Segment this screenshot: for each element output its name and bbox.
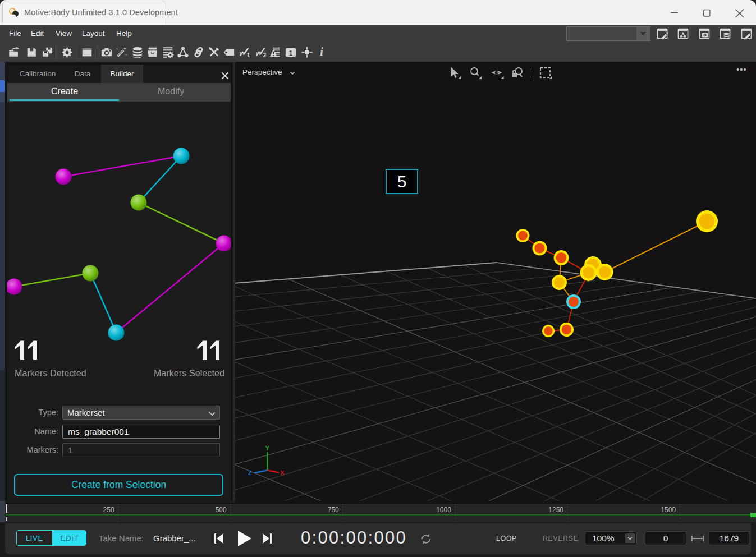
- svg-text:1250: 1250: [548, 506, 563, 514]
- svg-text:Z: Z: [248, 469, 252, 476]
- svg-text:X: X: [280, 469, 285, 476]
- svg-text:2: 2: [263, 52, 267, 58]
- svg-text:Y: Y: [265, 445, 270, 452]
- svg-text:1: 1: [289, 49, 293, 57]
- svg-text:750: 750: [328, 506, 339, 514]
- svg-text:250: 250: [103, 506, 114, 514]
- svg-text:500: 500: [216, 506, 227, 514]
- svg-text:1000: 1000: [436, 506, 451, 514]
- svg-text:1: 1: [247, 52, 250, 58]
- svg-text:i: i: [320, 46, 323, 58]
- svg-text:1500: 1500: [661, 506, 676, 514]
